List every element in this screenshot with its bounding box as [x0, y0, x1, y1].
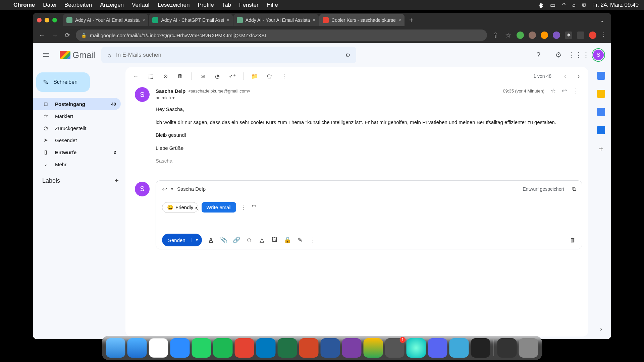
menu-fenster[interactable]: Fenster — [239, 2, 259, 8]
reply-icon[interactable]: ↩ — [562, 87, 567, 95]
menu-datei[interactable]: Datei — [43, 2, 56, 8]
reload-button[interactable]: ⟳ — [63, 31, 72, 39]
dock-finder-icon[interactable] — [106, 338, 125, 358]
menu-verlauf[interactable]: Verlauf — [132, 2, 150, 8]
dock-excel-icon[interactable] — [278, 338, 297, 358]
formatting-icon[interactable]: A — [207, 237, 215, 244]
discard-draft-icon[interactable]: 🗑 — [570, 237, 576, 244]
browser-tab[interactable]: Addy AI - ChatGPT Email Assi × — [149, 14, 232, 26]
record-icon[interactable]: ◉ — [538, 2, 543, 9]
compose-button[interactable]: ✎ Schreiben — [36, 72, 90, 92]
menu-profile[interactable]: Profile — [198, 2, 214, 8]
menu-hilfe[interactable]: Hilfe — [267, 2, 278, 8]
dock-trello-icon[interactable] — [256, 338, 276, 358]
sidepanel-icon[interactable] — [577, 32, 584, 39]
popout-icon[interactable]: ⧉ — [572, 186, 576, 192]
close-window-button[interactable] — [37, 18, 42, 22]
message-more-icon[interactable]: ⋮ — [573, 87, 579, 95]
sidebar-item-drafts[interactable]: ▯ Entwürfe 2 — [33, 146, 121, 158]
addy-expand-icon[interactable]: ⤢ — [250, 201, 259, 210]
snooze-icon[interactable]: ◔ — [214, 72, 221, 80]
battery-icon[interactable]: ▭ — [550, 2, 555, 9]
insert-emoji-icon[interactable]: ☺ — [246, 237, 253, 244]
report-spam-icon[interactable]: ⊘ — [162, 72, 169, 80]
confidential-mode-icon[interactable]: 🔒 — [284, 236, 291, 244]
spotlight-icon[interactable]: ⌕ — [572, 2, 576, 8]
dock-imovie-icon[interactable] — [342, 338, 362, 358]
menu-bearbeiten[interactable]: Bearbeiten — [64, 2, 92, 8]
delete-icon[interactable]: 🗑 — [176, 72, 184, 80]
close-tab-icon[interactable]: × — [313, 17, 315, 23]
profile-avatar-icon[interactable] — [589, 32, 596, 39]
browser-tab[interactable]: Addy AI - Your AI Email Assista × — [63, 14, 148, 26]
search-options-icon[interactable]: ⚙ — [345, 52, 350, 58]
apps-grid-icon[interactable]: ⋮⋮⋮ — [572, 48, 586, 62]
menu-lesezeichen[interactable]: Lesezeichen — [158, 2, 190, 8]
compose-body[interactable]: 😄 Friendly Write email ⋮ ⤢ ↖ — [156, 197, 582, 231]
archive-icon[interactable]: ⬚ — [147, 72, 154, 80]
menu-tab[interactable]: Tab — [222, 2, 231, 8]
extension-icon[interactable] — [517, 32, 524, 39]
wifi-icon[interactable]: ⌔ — [562, 2, 566, 8]
maximize-window-button[interactable] — [52, 18, 57, 22]
contacts-addon-icon[interactable] — [597, 126, 605, 134]
control-center-icon[interactable]: ⎚ — [582, 2, 586, 8]
forward-button[interactable]: → — [50, 32, 59, 39]
addy-write-button[interactable]: Write email — [202, 202, 236, 213]
dock-app-icon[interactable] — [407, 338, 426, 358]
dock-zoom-icon[interactable] — [170, 338, 190, 358]
extension-icon[interactable] — [553, 32, 560, 39]
main-menu-button[interactable] — [39, 48, 54, 62]
tasks-addon-icon[interactable] — [597, 108, 605, 116]
add-to-tasks-icon[interactable]: ✓⁺ — [228, 72, 236, 80]
calendar-addon-icon[interactable] — [597, 72, 605, 80]
dock-powerpoint-icon[interactable] — [299, 338, 319, 358]
mark-unread-icon[interactable]: ✉ — [199, 72, 206, 80]
chrome-menu-icon[interactable]: ⋮ — [601, 32, 606, 39]
star-message-icon[interactable]: ☆ — [550, 87, 556, 95]
share-icon[interactable]: ⇪ — [491, 31, 500, 39]
dock-folder-icon[interactable] — [497, 338, 517, 358]
dock-safari-icon[interactable] — [127, 338, 147, 358]
reply-type-dropdown[interactable]: ▾ — [171, 187, 173, 191]
support-icon[interactable]: ? — [531, 48, 545, 62]
browser-tab-active[interactable]: Cooler Kurs - saschadelpkurse × — [319, 14, 405, 26]
recipient-line[interactable]: an mich ▾ — [156, 95, 579, 100]
collapse-panel-icon[interactable]: › — [600, 325, 602, 333]
reply-mode-icon[interactable]: ↩ — [162, 185, 167, 193]
sidebar-item-starred[interactable]: ☆ Markiert — [33, 110, 121, 122]
dock-trash-icon[interactable] — [519, 338, 538, 358]
minimize-window-button[interactable] — [45, 18, 49, 22]
labels-icon[interactable]: ⬠ — [266, 72, 273, 80]
dock-spotify-icon[interactable] — [213, 338, 233, 358]
browser-tab[interactable]: Addy AI - Your AI Email Assista × — [233, 14, 319, 26]
expand-recipients-icon[interactable]: ▾ — [172, 95, 175, 100]
dock-voice-memos-icon[interactable] — [471, 338, 490, 358]
dock-word-icon[interactable] — [321, 338, 340, 358]
add-label-button[interactable]: + — [114, 176, 119, 185]
search-input[interactable] — [116, 52, 341, 58]
dock-todoist-icon[interactable] — [235, 338, 254, 358]
new-tab-button[interactable]: + — [405, 16, 417, 24]
gmail-logo[interactable]: Gmail — [60, 50, 95, 60]
compose-more-icon[interactable]: ⋮ — [309, 236, 317, 244]
url-field[interactable]: 🔒 mail.google.com/mail/u/1/#inbox/QgrcJH… — [76, 29, 487, 41]
extensions-menu-icon[interactable]: ✶ — [565, 32, 572, 39]
more-actions-icon[interactable]: ⋮ — [280, 72, 288, 80]
dock-discord-icon[interactable] — [428, 338, 447, 358]
move-to-icon[interactable]: 📁 — [251, 72, 258, 80]
addy-tone-selector[interactable]: 😄 Friendly — [162, 202, 198, 213]
dock-whatsapp-icon[interactable] — [192, 338, 211, 358]
bookmark-star-icon[interactable]: ☆ — [504, 31, 513, 39]
prev-page-button[interactable]: ‹ — [562, 73, 568, 80]
sidebar-item-sent[interactable]: ➤ Gesendet — [33, 134, 121, 146]
dock-settings-icon[interactable]: 1 — [385, 338, 405, 358]
dock-chrome-icon[interactable] — [149, 338, 168, 358]
send-options-icon[interactable]: ▾ — [192, 238, 202, 242]
sidebar-item-snoozed[interactable]: ◔ Zurückgestellt — [33, 122, 121, 134]
tab-overflow-icon[interactable]: ⌄ — [597, 17, 607, 23]
dock-drive-icon[interactable] — [364, 338, 383, 358]
close-tab-icon[interactable]: × — [142, 17, 145, 23]
attach-file-icon[interactable]: 📎 — [220, 236, 227, 244]
keep-addon-icon[interactable] — [597, 90, 605, 98]
